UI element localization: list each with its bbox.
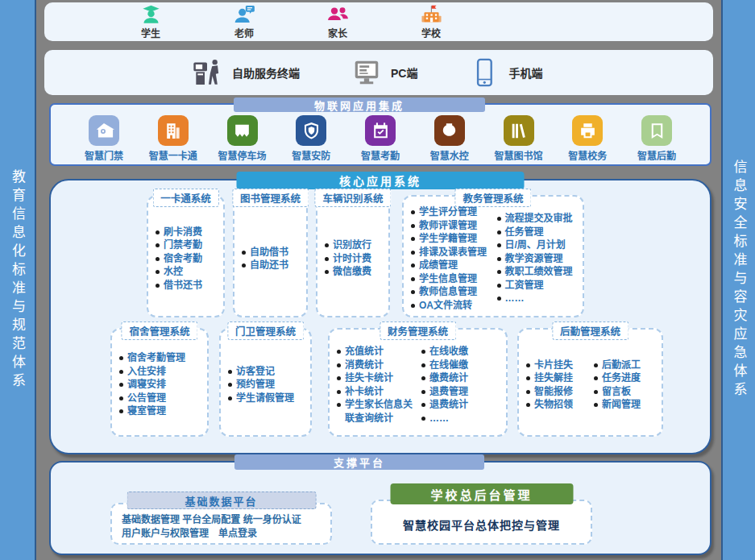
list-item: 卡片挂失 (525, 359, 591, 372)
list-item: 宿舍考勤管理 (118, 351, 204, 365)
user-item-parents: 家长 (312, 4, 363, 39)
list-item: 任务进度 (592, 371, 658, 385)
iot-tile-affairs: 智慧校务 (555, 115, 620, 162)
system-card-vehicle: 车辆识别系统 识别放行计时计费微信缴费 (316, 195, 390, 317)
list-item: 智能报修 (525, 385, 591, 399)
security-shield-icon (296, 115, 326, 146)
student-icon (140, 4, 162, 26)
right-standards-bar: 信息安全标准与容灾应急体系 (721, 0, 755, 560)
iot-tile-label: 智慧水控 (430, 148, 469, 162)
card-title: 门卫管理系统 (227, 321, 304, 340)
list-item: 退费统计 (420, 398, 503, 412)
iot-banner: 物联网应用集成 (234, 97, 485, 112)
user-label: 老师 (234, 26, 254, 39)
card-item-list: 后勤派工任务进度留言板新闻管理 (592, 359, 658, 412)
card-title: 教务管理系统 (454, 189, 531, 207)
iot-tile-label: 智慧停车场 (218, 148, 266, 162)
list-item: 留言板 (592, 385, 658, 399)
left-standards-label: 教育信息化标准与规范体系 (7, 169, 27, 392)
card-item-list: 宿舍考勤管理入住安排调寝安排公告管理寝室管理 (118, 351, 204, 418)
base-data-platform: 基础数据平台 基础数据管理 平台全局配置 统一身份认证 用户账户与权限管理 单点… (110, 503, 332, 545)
attendance-calendar-icon (365, 115, 396, 146)
list-item: 自助还书 (240, 259, 303, 272)
list-item: 任务管理 (496, 226, 580, 239)
iot-tiles: 智慧门禁 智慧一卡通 智慧停车场 智慧安防 (72, 115, 689, 162)
admin-platform-banner: 学校总后台管理 (390, 483, 573, 504)
card-item-list: 识别放行计时计费微信缴费 (323, 239, 385, 279)
list-item: 挂失卡统计 (335, 371, 418, 385)
system-card-finance: 财务管理系统 充值统计消费统计挂失卡统计补卡统计学生家长信息关联查询统计 在线收… (328, 328, 508, 437)
base-data-platform-desc: 基础数据管理 平台全局配置 统一身份认证 用户账户与权限管理 单点登录 (112, 504, 330, 541)
list-item: …… (496, 292, 580, 305)
list-item: 学生评分管理 (409, 205, 494, 219)
system-card-logistics: 后勤管理系统 卡片挂失挂失解挂智能报修失物招领 后勤派工任务进度留言板新闻管理 (517, 328, 663, 437)
base-data-platform-banner: 基础数据平台 (127, 492, 316, 509)
iot-tile-label: 智慧校务 (568, 148, 607, 162)
door-access-icon (89, 115, 119, 146)
user-label: 学校 (421, 26, 441, 39)
iot-panel: 物联网应用集成 智慧门禁 智慧一卡通 智慧停车场 (49, 103, 711, 166)
parking-ticket-icon (227, 115, 258, 146)
iot-tile-attendance: 智慧考勤 (348, 115, 413, 162)
terminal-label: PC端 (391, 64, 417, 81)
user-label: 家长 (328, 26, 347, 39)
smart-campus-architecture-diagram: 教育信息化标准与规范体系 信息安全标准与容灾应急体系 学生 老师 家长 (0, 0, 755, 560)
list-item: 水控 (154, 265, 220, 279)
iot-tile-water: 智慧水控 (417, 115, 482, 162)
list-item: 充值统计 (335, 345, 418, 359)
list-item: 教师信息管理 (409, 285, 494, 299)
list-item: 排课及课表管理 (409, 246, 494, 259)
base-data-line1: 基础数据管理 平台全局配置 统一身份认证 (122, 513, 330, 527)
user-item-school: 学校 (405, 4, 457, 39)
iot-tile-onecard: 智慧一卡通 (141, 115, 205, 162)
system-card-onecard: 一卡通系统 刷卡消费门禁考勤宿舍考勤水控借书还书 (147, 195, 225, 317)
list-item: 教职工绩效管理 (496, 265, 580, 279)
card-title: 宿舍管理系统 (121, 321, 197, 340)
teacher-icon (234, 4, 255, 26)
iot-tile-label: 智慧后勤 (637, 148, 676, 162)
list-item: 微信缴费 (323, 265, 385, 279)
system-card-gate: 门卫管理系统 访客登记预约管理学生请假管理 (219, 328, 312, 437)
list-item: 访客登记 (226, 365, 307, 379)
list-item: 退费管理 (420, 385, 503, 399)
list-item: 后勤派工 (592, 359, 658, 372)
list-item: OA文件流转 (409, 299, 494, 313)
list-item: 补卡统计 (335, 385, 418, 399)
list-item: 消费统计 (335, 359, 418, 372)
system-card-academic: 教务管理系统 学生评分管理教师评课管理学生学籍管理排课及课表管理成绩管理学生信息… (402, 195, 584, 317)
list-item: 识别放行 (323, 239, 385, 252)
list-item: 日/周、月计划 (496, 239, 580, 252)
list-item: 学生请假管理 (226, 392, 307, 405)
list-item: 在线催缴 (420, 359, 503, 372)
list-item: 缴费统计 (420, 371, 503, 385)
left-standards-bar: 教育信息化标准与规范体系 (0, 0, 36, 560)
list-item: 宿舍考勤 (154, 252, 220, 266)
list-item: 工资管理 (496, 279, 580, 292)
card-title: 后勤管理系统 (552, 321, 628, 340)
onecard-building-icon (158, 115, 189, 146)
card-title: 一卡通系统 (152, 189, 219, 207)
list-item: 失物招领 (525, 398, 591, 412)
right-standards-label: 信息安全标准与容灾应急体系 (729, 160, 749, 400)
users-panel: 学生 老师 家长 学校 (44, 2, 713, 41)
list-item: 学生学籍管理 (409, 232, 494, 246)
logistics-bookmark-icon (641, 115, 672, 146)
water-control-icon (434, 115, 465, 146)
list-item: …… (420, 412, 503, 425)
card-title: 图书管理系统 (232, 189, 309, 207)
list-item: 流程提交及审批 (496, 212, 580, 226)
list-item: 预约管理 (226, 378, 307, 392)
school-icon (421, 4, 442, 26)
list-item: 寝室管理 (118, 404, 204, 418)
card-item-list: 刷卡消费门禁考勤宿舍考勤水控借书还书 (154, 226, 220, 292)
list-item: 刷卡消费 (154, 226, 220, 239)
support-banner: 支撑平台 (234, 454, 484, 470)
iot-tile-security: 智慧安防 (279, 115, 343, 162)
core-banner: 核心应用系统 (237, 172, 525, 189)
list-item: 调寝安排 (118, 378, 204, 392)
school-affairs-printer-icon (572, 115, 603, 146)
list-item: 在线收缴 (420, 345, 503, 359)
terminal-item-kiosk: 自助服务终端 (191, 56, 300, 89)
card-item-list: 充值统计消费统计挂失卡统计补卡统计学生家长信息关联查询统计 (335, 345, 418, 425)
list-item: 学生信息管理 (409, 272, 494, 286)
